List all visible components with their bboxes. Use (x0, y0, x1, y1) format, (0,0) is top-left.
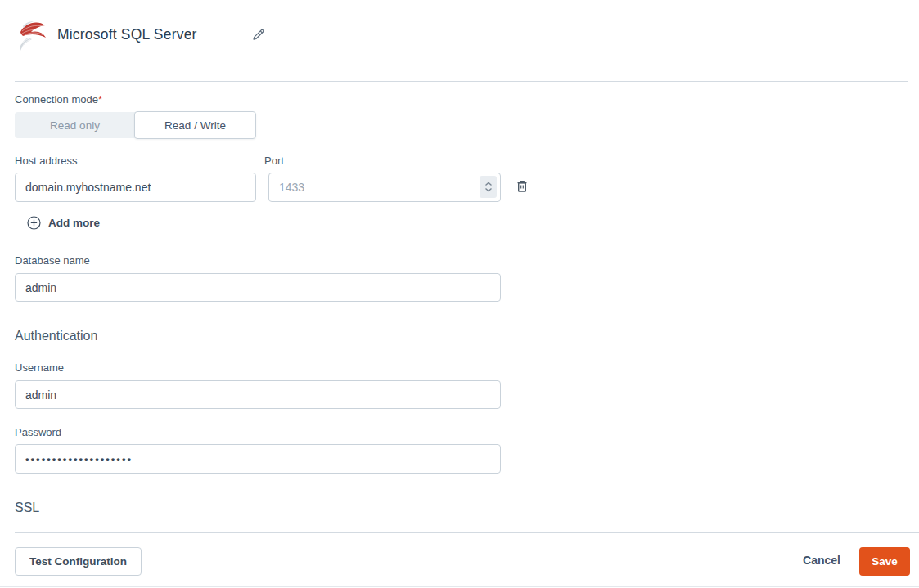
host-address-input[interactable] (15, 173, 256, 202)
username-label: Username (15, 361, 64, 374)
database-name-input[interactable] (15, 273, 501, 302)
port-stepper[interactable] (480, 176, 497, 198)
sql-server-logo-icon (18, 20, 46, 51)
pencil-icon[interactable] (251, 27, 266, 42)
add-more-button[interactable]: Add more (27, 216, 100, 230)
plus-circle-icon (27, 216, 41, 230)
authentication-heading: Authentication (15, 329, 97, 343)
chevron-down-icon (484, 187, 493, 192)
test-configuration-button[interactable]: Test Configuration (15, 547, 142, 576)
cancel-button[interactable]: Cancel (803, 554, 840, 567)
bottom-border (0, 586, 919, 587)
add-more-label: Add more (48, 217, 100, 229)
connection-mode-label: Connection mode* (15, 93, 102, 105)
username-input[interactable] (15, 380, 501, 409)
toggle-read-write[interactable]: Read / Write (134, 111, 256, 139)
database-name-label: Database name (15, 254, 90, 267)
required-marker: * (98, 93, 102, 105)
header-divider (15, 81, 908, 82)
trash-icon[interactable] (515, 179, 529, 194)
connection-mode-toggle: Read only Read / Write (15, 112, 255, 138)
password-input[interactable] (15, 444, 501, 474)
chevron-up-icon (484, 182, 493, 186)
save-button[interactable]: Save (859, 547, 910, 576)
ssl-heading: SSL (15, 500, 39, 515)
port-input[interactable] (268, 173, 501, 202)
toggle-read-only[interactable]: Read only (15, 112, 135, 138)
password-label: Password (15, 426, 61, 438)
host-address-label: Host address (15, 155, 78, 167)
port-label: Port (264, 155, 284, 167)
footer-divider (15, 532, 919, 533)
page-title: Microsoft SQL Server (57, 26, 197, 43)
